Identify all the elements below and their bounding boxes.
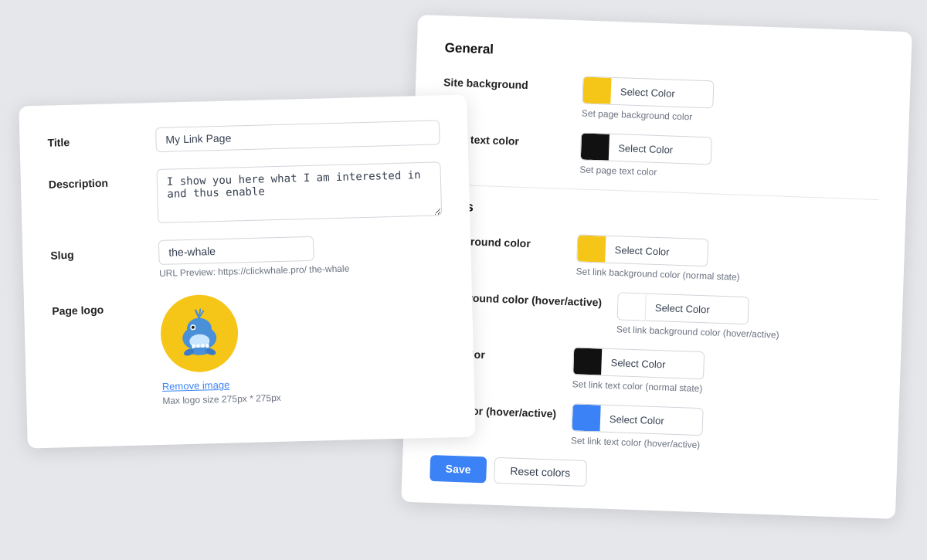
link-bg-color-row: Background color Select Color Set link b… <box>437 229 878 287</box>
link-text-color-row: Text color Select Color Set link text co… <box>433 342 874 400</box>
link-text-color-swatch <box>573 348 602 375</box>
svg-rect-6 <box>205 344 209 348</box>
reset-colors-button[interactable]: Reset colors <box>494 457 587 487</box>
link-text-hover-button[interactable]: Select Color <box>571 403 703 436</box>
link-text-hover-control: Select Color Set link text color (hover/… <box>571 403 871 456</box>
page-text-color-row: Page text color Select Color Set page te… <box>440 127 881 185</box>
page-text-color-swatch <box>581 134 610 161</box>
link-text-hover-swatch <box>572 404 600 431</box>
remove-image-link[interactable]: Remove image <box>162 378 281 392</box>
link-text-hover-button-label: Select Color <box>600 412 674 426</box>
logo-circle <box>160 294 239 373</box>
save-button[interactable]: Save <box>430 455 487 484</box>
description-label: Description <box>49 170 142 191</box>
slug-label: Slug <box>50 241 144 262</box>
link-bg-hover-button-label: Select Color <box>646 301 719 315</box>
title-input[interactable] <box>155 120 440 152</box>
link-bg-hover-row: Background color (hover/active) Select C… <box>435 286 875 344</box>
whale-illustration <box>172 307 226 361</box>
title-row: Title <box>47 120 440 154</box>
link-bg-color-button[interactable]: Select Color <box>576 234 708 266</box>
site-background-row: Site background Select Color Set page ba… <box>443 71 883 129</box>
site-background-swatch <box>582 77 611 104</box>
general-section-title: General <box>444 40 883 71</box>
description-textarea[interactable]: I show you here what I am interested in … <box>156 161 442 223</box>
link-bg-color-button-label: Select Color <box>605 243 678 257</box>
page-text-color-control: Select Color Set page text color <box>579 132 881 185</box>
link-bg-hover-button[interactable]: Select Color <box>616 292 749 324</box>
site-background-color-button[interactable]: Select Color <box>582 76 714 109</box>
link-bg-color-control: Select Color Set link background color (… <box>576 234 877 287</box>
page-text-color-hint: Set page text color <box>579 164 879 185</box>
section-divider <box>440 184 879 200</box>
site-background-button-label: Select Color <box>611 85 684 99</box>
page-logo-row: Page logo <box>52 288 447 409</box>
url-preview: URL Preview: https://clickwhale.pro/ the… <box>159 263 350 279</box>
slug-row: Slug URL Preview: https://clickwhale.pro… <box>50 232 443 281</box>
link-text-color-hint: Set link text color (normal state) <box>572 378 871 400</box>
action-buttons: Save Reset colors <box>430 455 869 497</box>
link-text-color-button-label: Select Color <box>601 356 674 370</box>
general-settings-card: General Site background Select Color Set… <box>401 15 912 519</box>
description-row: Description I show you here what I am in… <box>49 161 443 226</box>
site-background-hint: Set page background color <box>582 107 881 129</box>
slug-input[interactable] <box>158 236 314 265</box>
page-logo-wrapper: Remove image Max logo size 275px * 275px <box>160 293 281 406</box>
link-text-color-button[interactable]: Select Color <box>572 347 705 379</box>
link-text-hover-row: Text color (hover/active) Select Color S… <box>431 399 871 456</box>
link-text-color-control: Select Color Set link text color (normal… <box>572 347 873 400</box>
link-bg-hover-control: Select Color Set link background color (… <box>616 292 875 344</box>
page-logo-label: Page logo <box>52 296 145 317</box>
link-bg-color-swatch <box>577 235 606 262</box>
site-background-control: Select Color Set page background color <box>582 76 883 130</box>
link-bg-hover-hint: Set link background color (hover/active) <box>616 324 874 344</box>
slug-field-wrapper: URL Preview: https://clickwhale.pro/ the… <box>158 236 350 279</box>
page-settings-card: Title Description I show you here what I… <box>19 94 475 448</box>
link-bg-hover-swatch <box>617 293 646 320</box>
link-text-hover-hint: Set link text color (hover/active) <box>571 435 870 456</box>
link-bg-color-hint: Set link background color (normal state) <box>576 266 875 287</box>
site-background-label: Site background <box>443 71 568 93</box>
title-label: Title <box>47 128 141 149</box>
links-section-title: Links <box>439 199 878 229</box>
page-text-color-button-label: Select Color <box>609 141 682 155</box>
logo-size-hint: Max logo size 275px * 275px <box>162 392 281 406</box>
page-text-color-button[interactable]: Select Color <box>580 132 712 165</box>
